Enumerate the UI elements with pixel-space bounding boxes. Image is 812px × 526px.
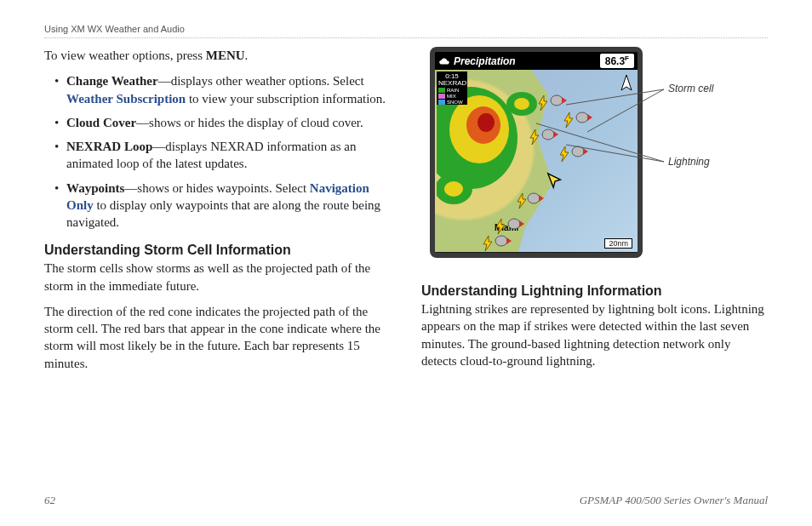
svg-point-9 [551, 95, 563, 106]
storm-cell-icon [575, 111, 594, 124]
svg-point-14 [508, 219, 520, 229]
device-titlebar: Precipitation 86.3F [435, 52, 638, 70]
option-term: Change Weather [66, 74, 158, 88]
option-term: Waypoints [66, 181, 124, 195]
svg-point-15 [495, 236, 507, 246]
storm-heading: Understanding Storm Cell Information [44, 243, 391, 258]
storm-cell-icon [527, 192, 546, 205]
lightning-icon [482, 236, 494, 251]
lightning-icon [495, 219, 506, 234]
callout-storm-cell: Storm cell [668, 83, 713, 94]
running-head: Using XM WX Weather and Audio [44, 24, 768, 38]
option-desc: —displays other weather options. Select [158, 74, 364, 88]
storm-cell-icon [541, 128, 560, 141]
legend-label: RAIN [447, 88, 459, 93]
page-number: 62 [44, 494, 55, 507]
svg-point-5 [514, 98, 529, 110]
svg-point-3 [477, 113, 495, 132]
two-column-layout: To view weather options, press MENU. Cha… [44, 47, 768, 380]
list-item: Cloud Cover—shows or hides the display o… [54, 114, 391, 131]
device-screen: Precipitation 86.3F [430, 47, 643, 258]
storm-cell-icon [507, 217, 526, 231]
callout-lightning: Lightning [668, 156, 710, 168]
menu-keyword: MENU [206, 49, 245, 62]
lightning-icon [563, 112, 575, 128]
lightning-icon [558, 146, 570, 162]
cloud-icon [438, 57, 450, 66]
svg-point-10 [576, 112, 588, 123]
titlebar-label: Precipitation [454, 55, 516, 67]
svg-point-7 [444, 181, 463, 197]
list-item: Change Weather—displays other weather op… [54, 72, 391, 107]
lightning-icon [516, 193, 528, 209]
intro-pre: To view weather options, press [44, 49, 206, 62]
weather-options-list: Change Weather—displays other weather op… [54, 72, 391, 231]
storm-cell-icon [495, 234, 513, 248]
option-after: to display only waypoints that are along… [66, 198, 380, 229]
page-footer: 62 GPSMAP 400/500 Series Owner's Manual [44, 494, 768, 507]
option-term: Cloud Cover [66, 116, 136, 129]
storm-p1: The storm cells show storms as well as t… [44, 260, 391, 294]
option-desc: —shows or hides waypoints. Select [124, 181, 309, 195]
intro-post: . [245, 49, 249, 62]
list-item: NEXRAD Loop—displays NEXRAD information … [54, 138, 391, 173]
legend-mode: NEXRAD [438, 80, 466, 87]
storm-cell-icon [571, 145, 590, 158]
lightning-icon [529, 129, 540, 145]
lightning-icon [537, 95, 549, 111]
manual-title: GPSMAP 400/500 Series Owner's Manual [580, 494, 768, 507]
legend-swatch [438, 88, 445, 93]
lightning-heading: Understanding Lightning Information [421, 283, 768, 299]
svg-point-13 [528, 193, 540, 203]
legend-row: SNOW [438, 100, 466, 105]
legend-row: MIX [438, 94, 466, 99]
titlebar-value: 86.3F [600, 54, 634, 68]
radar-legend: 0:15 NEXRAD RAIN MIX SNOW [437, 71, 467, 105]
weather-subscription-link[interactable]: Weather Subscription [66, 92, 186, 106]
lightning-p1: Lightning strikes are represented by lig… [421, 300, 768, 369]
north-arrow-icon [620, 75, 632, 92]
storm-p2: The direction of the red cone indicates … [44, 303, 391, 372]
storm-cell-icon [550, 94, 569, 107]
map-view: 0:15 NEXRAD RAIN MIX SNOW Miami 20nm [435, 70, 638, 252]
legend-swatch [438, 100, 445, 105]
option-after: to view your subscription information. [186, 92, 386, 106]
legend-label: SNOW [447, 100, 463, 105]
intro-paragraph: To view weather options, press MENU. [44, 47, 391, 64]
svg-point-11 [542, 129, 554, 140]
list-item: Waypoints—shows or hides waypoints. Sele… [54, 180, 391, 232]
option-desc: —shows or hides the display of cloud cov… [136, 116, 363, 129]
map-cursor-icon [546, 172, 564, 191]
legend-row: RAIN [438, 88, 466, 93]
option-term: NEXRAD Loop [66, 140, 152, 153]
right-column: Precipitation 86.3F [421, 47, 768, 380]
weather-map-figure: Precipitation 86.3F [421, 47, 762, 268]
manual-page: Using XM WX Weather and Audio To view we… [0, 0, 812, 526]
scale-bar: 20nm [604, 238, 632, 249]
legend-label: MIX [447, 94, 456, 99]
left-column: To view weather options, press MENU. Cha… [44, 47, 391, 380]
legend-swatch [438, 94, 445, 99]
svg-point-12 [572, 146, 584, 157]
svg-marker-8 [621, 75, 632, 90]
